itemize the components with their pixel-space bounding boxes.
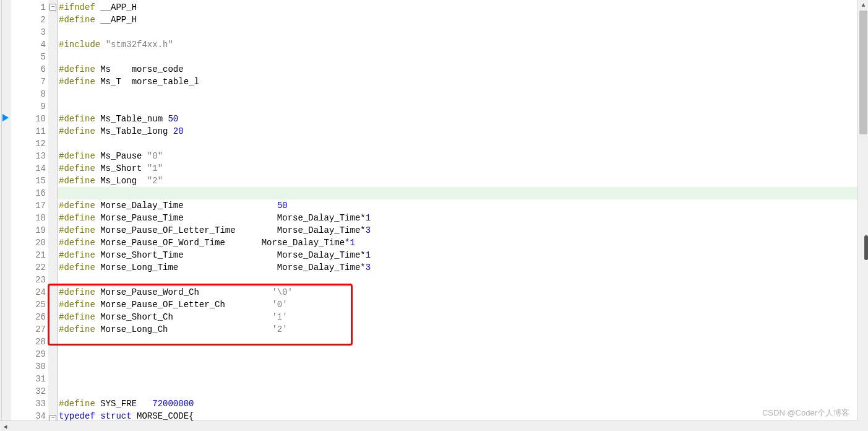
line-number: 4: [11, 38, 46, 51]
line-number: 17: [11, 199, 46, 212]
line-number: 1: [11, 1, 46, 14]
code-line[interactable]: #define Morse_Short_Time Morse_Dalay_Tim…: [58, 249, 868, 261]
code-token: Morse_Long_Ch: [100, 324, 272, 334]
code-line[interactable]: #define __APP_H: [58, 14, 868, 26]
code-token: __APP_H: [100, 15, 137, 25]
code-token: Ms_Short: [100, 163, 147, 173]
code-line[interactable]: #define Morse_Pause_OF_Word_Time Morse_D…: [58, 237, 868, 249]
code-token: #define: [59, 238, 100, 248]
code-token: 3: [366, 225, 371, 235]
code-area[interactable]: #ifndef __APP_H#define __APP_H#include "…: [58, 0, 868, 431]
code-token: Morse_Long_Time Morse_Dalay_Time*: [100, 263, 365, 272]
code-line[interactable]: [58, 88, 868, 100]
code-token: #define: [59, 287, 100, 297]
fold-collapse-icon[interactable]: −: [49, 4, 56, 11]
line-number: 2: [11, 14, 46, 26]
code-line[interactable]: [58, 51, 868, 63]
code-line[interactable]: #define Ms morse_code: [58, 63, 868, 76]
code-line[interactable]: #define Morse_Pause_OF_Letter_Time Morse…: [58, 224, 868, 237]
code-token: #ifndef: [59, 2, 100, 12]
code-line[interactable]: [58, 26, 868, 38]
code-token: __APP_H: [100, 2, 137, 12]
code-line[interactable]: #ifndef __APP_H: [58, 1, 868, 14]
code-token: #define: [59, 312, 100, 322]
code-line[interactable]: [58, 100, 868, 113]
code-token: Morse_Pause_Time Morse_Dalay_Time*: [100, 213, 365, 223]
code-token: #define: [59, 300, 100, 310]
horizontal-scrollbar[interactable]: ◀: [0, 420, 857, 431]
line-number: 10: [11, 113, 46, 125]
code-token: "0": [147, 151, 163, 161]
code-token: #define: [59, 64, 100, 74]
code-line[interactable]: #define Ms_Table_num 50: [58, 113, 868, 125]
code-line[interactable]: #include "stm32f4xx.h": [58, 38, 868, 51]
code-line[interactable]: #define Ms_Pause "0": [58, 150, 868, 162]
code-token: "stm32f4xx.h": [106, 40, 173, 50]
code-token: Morse_Pause_OF_Word_Time Morse_Dalay_Tim…: [100, 238, 350, 248]
vertical-scrollbar[interactable]: ▲: [857, 0, 868, 420]
line-number: 24: [11, 286, 46, 298]
code-line[interactable]: #define Ms_Long "2": [58, 175, 868, 187]
code-line[interactable]: #define Ms_Short "1": [58, 162, 868, 175]
line-number: 29: [11, 348, 46, 360]
code-token: Ms_Table_long: [100, 126, 173, 136]
overview-marker: [864, 235, 868, 260]
code-line[interactable]: [58, 385, 868, 398]
code-token: #define: [59, 126, 100, 136]
line-number: 5: [11, 51, 46, 63]
code-line[interactable]: #define Morse_Long_Ch '2': [58, 323, 868, 336]
scroll-left-arrow-icon[interactable]: ◀: [0, 421, 11, 431]
line-number: 32: [11, 385, 46, 398]
code-line[interactable]: #define Morse_Dalay_Time 50: [58, 199, 868, 212]
code-token: #define: [59, 324, 100, 334]
code-token: '2': [272, 324, 287, 334]
code-token: #define: [59, 151, 100, 161]
code-line[interactable]: [58, 137, 868, 150]
code-token: #define: [59, 176, 100, 186]
code-token: Morse_Pause_Word_Ch: [100, 287, 272, 297]
line-number: 23: [11, 274, 46, 286]
code-line[interactable]: [58, 360, 868, 373]
code-token: 1: [366, 250, 371, 260]
code-token: #define: [59, 399, 100, 409]
code-token: '1': [272, 312, 287, 322]
code-line[interactable]: [58, 348, 868, 360]
code-token: #define: [59, 15, 100, 25]
code-token: Morse_Short_Time Morse_Dalay_Time*: [100, 250, 365, 260]
line-number: 14: [11, 162, 46, 175]
code-line[interactable]: #define Morse_Short_Ch '1': [58, 311, 868, 323]
line-number: 7: [11, 76, 46, 88]
line-number: 22: [11, 261, 46, 274]
scroll-up-arrow-icon[interactable]: ▲: [858, 0, 868, 11]
code-token: 72000000: [152, 399, 194, 409]
code-line[interactable]: #define SYS_FRE 72000000: [58, 398, 868, 410]
code-line[interactable]: #define Morse_Pause_Time Morse_Dalay_Tim…: [58, 212, 868, 224]
code-token: #include: [59, 40, 106, 50]
code-line[interactable]: #define Ms_T morse_table_l: [58, 76, 868, 88]
breakpoint-gutter[interactable]: [2, 0, 11, 431]
code-line[interactable]: #define Morse_Pause_Word_Ch '\0': [58, 286, 868, 298]
code-token: Morse_Pause_OF_Letter_Ch: [100, 300, 272, 310]
line-number-gutter: 1234567891011121314151617181920212223242…: [11, 0, 48, 431]
line-number: 15: [11, 175, 46, 187]
line-number: 19: [11, 224, 46, 237]
code-token: 20: [173, 126, 184, 136]
code-line[interactable]: #define Morse_Pause_OF_Letter_Ch '0': [58, 298, 868, 311]
line-number: 21: [11, 249, 46, 261]
code-line[interactable]: [58, 187, 868, 199]
code-line[interactable]: #define Ms_Table_long 20: [58, 125, 868, 137]
code-editor[interactable]: 1234567891011121314151617181920212223242…: [0, 0, 868, 431]
fold-gutter[interactable]: −−: [48, 0, 58, 431]
code-token: '\0': [272, 287, 293, 297]
code-line[interactable]: [58, 373, 868, 385]
code-token: Ms_T morse_table_l: [100, 77, 199, 87]
code-token: Morse_Short_Ch: [100, 312, 272, 322]
code-token: #define: [59, 77, 100, 87]
code-line[interactable]: #define Morse_Long_Time Morse_Dalay_Time…: [58, 261, 868, 274]
vertical-scroll-thumb[interactable]: [859, 11, 867, 134]
code-token: MORSE_CODE{: [137, 411, 194, 421]
code-line[interactable]: [58, 336, 868, 348]
line-number: 28: [11, 336, 46, 348]
code-line[interactable]: [58, 274, 868, 286]
code-token: Morse_Dalay_Time: [100, 201, 277, 211]
